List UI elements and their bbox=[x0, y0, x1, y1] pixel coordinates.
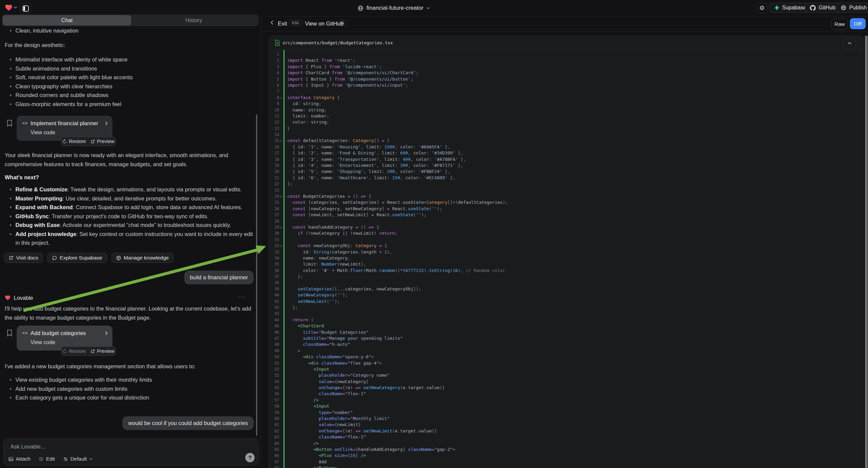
github-button[interactable]: GitHub bbox=[805, 3, 840, 13]
manage-knowledge-button[interactable]: Manage knowledge bbox=[112, 253, 174, 263]
line-number: 41 bbox=[269, 298, 279, 304]
line-number: 40 bbox=[269, 292, 279, 298]
code-line: 10 name: string; bbox=[269, 107, 863, 113]
collapse-file-button[interactable] bbox=[843, 38, 856, 49]
message-menu-button[interactable]: ··· bbox=[238, 293, 246, 300]
list-item: Minimalist interface with plenty of whit… bbox=[5, 55, 255, 64]
tab-history[interactable]: History bbox=[129, 15, 258, 26]
publish-label: Publish bbox=[849, 5, 867, 11]
code-text: onChange={(e) => setNewLimit(e.target.va… bbox=[287, 428, 437, 434]
code-line: 2import React from 'react'; bbox=[269, 57, 863, 63]
code-line: 14 bbox=[269, 131, 863, 138]
settings-button[interactable]: ⚙ bbox=[756, 3, 767, 13]
line-number: 62 bbox=[269, 428, 279, 434]
code-line: 16 { id: '1', name: 'Housing', limit: 15… bbox=[269, 144, 863, 150]
g-key-badge: G bbox=[339, 20, 347, 26]
code-text: import ChartCard from '@/components/ui/C… bbox=[287, 70, 418, 76]
list-item: Debug with Ease: Activate our experiment… bbox=[5, 221, 253, 230]
preview-button[interactable]: Preview bbox=[91, 139, 115, 144]
line-number: 17 bbox=[269, 150, 279, 156]
back-chevron-icon[interactable] bbox=[271, 20, 274, 25]
line-number: 55 bbox=[269, 385, 279, 391]
code-line: 15const defaultCategories: Category[] = … bbox=[269, 138, 863, 144]
code-line: 65 <Button onClick={handleAddCategory} c… bbox=[269, 446, 863, 452]
line-number: 26 bbox=[269, 206, 279, 212]
line-number: 56 bbox=[269, 391, 279, 397]
view-code-link[interactable]: View code bbox=[31, 129, 55, 136]
restore-button[interactable]: Restore bbox=[62, 349, 86, 354]
view-code-link[interactable]: View code bbox=[31, 340, 55, 346]
added-bullet-list: View existing budget categories with the… bbox=[5, 375, 255, 402]
fold-chevron-icon[interactable] bbox=[280, 244, 282, 247]
exit-button[interactable]: Exit bbox=[278, 21, 287, 27]
line-number: 57 bbox=[269, 397, 279, 403]
code-text: return ( bbox=[287, 317, 313, 323]
publish-button[interactable]: Publish bbox=[836, 3, 868, 13]
code-text: placeholder="Category name" bbox=[287, 372, 390, 378]
project-switcher[interactable]: financial-future-creator bbox=[358, 0, 430, 16]
file-plus-icon bbox=[275, 39, 280, 46]
whats-next-heading: What's next? bbox=[5, 173, 255, 182]
target-icon bbox=[39, 457, 43, 462]
line-number: 23 bbox=[269, 187, 279, 194]
line-number: 53 bbox=[269, 372, 279, 378]
preview-button[interactable]: Preview bbox=[91, 349, 115, 354]
code-line: 20 { id: '5', name: 'Shopping', limit: 2… bbox=[269, 169, 863, 175]
line-number: 49 bbox=[269, 348, 279, 354]
chevron-right-icon[interactable] bbox=[105, 121, 108, 125]
code-text: } bbox=[287, 125, 290, 131]
line-number: 1 bbox=[269, 51, 279, 57]
code-line: 25 const [categories, setCategories] = R… bbox=[269, 199, 863, 205]
code-line: 66 <Plus size={16} /> bbox=[269, 452, 863, 459]
send-button[interactable] bbox=[245, 453, 255, 462]
bookmark-icon[interactable] bbox=[7, 119, 12, 127]
tab-chat[interactable]: Chat bbox=[3, 15, 131, 26]
fold-chevron-icon[interactable] bbox=[280, 226, 282, 228]
explore-supabase-button[interactable]: Explore Supabase bbox=[47, 253, 107, 263]
fold-chevron-icon[interactable] bbox=[280, 195, 282, 197]
file-path: src/components/budget/BudgetCategories.t… bbox=[282, 40, 393, 45]
code-line: 38 bbox=[269, 280, 863, 286]
file-path-bar[interactable]: src/components/budget/BudgetCategories.t… bbox=[269, 36, 863, 50]
code-text: setNewCategory(''); bbox=[287, 292, 348, 298]
chevron-right-icon[interactable] bbox=[105, 331, 108, 335]
code-text: <Button onClick={handleAddCategory} clas… bbox=[287, 446, 455, 452]
line-number: 21 bbox=[269, 175, 279, 181]
code-text: { id: '6', name: 'Healthcare', limit: 15… bbox=[287, 175, 455, 181]
chat-input[interactable]: Ask Lovable... bbox=[10, 443, 45, 450]
code-line: 51 <div className="flex gap-4"> bbox=[269, 360, 863, 366]
code-text: Add bbox=[287, 459, 327, 465]
image-icon bbox=[8, 457, 13, 462]
visit-docs-button[interactable]: Visit docs bbox=[4, 253, 43, 263]
next-steps-list: Refine & Customize: Tweak the design, an… bbox=[5, 185, 253, 247]
code-line: 36 color: '#' + Math.floor(Math.random()… bbox=[269, 268, 863, 273]
list-item: Clean, intuitive navigation bbox=[5, 26, 255, 35]
code-text: const newCategoryObj: Category = { bbox=[287, 243, 387, 249]
code-line: 19 { id: '4', name: 'Entertainment', lim… bbox=[269, 163, 863, 169]
fold-chevron-icon[interactable] bbox=[280, 139, 282, 142]
code-scrollbar[interactable] bbox=[865, 36, 868, 468]
code-line: 18 { id: '3', name: 'Transportation', li… bbox=[269, 156, 863, 163]
diff-tab[interactable]: Diff bbox=[850, 18, 866, 29]
restore-button[interactable]: Restore bbox=[62, 139, 86, 144]
code-text: name: string; bbox=[287, 107, 327, 113]
bookmark-icon[interactable] bbox=[7, 329, 12, 337]
edit-button[interactable]: Edit bbox=[39, 456, 55, 462]
list-item: Clean typography with clear hierarchies bbox=[5, 82, 255, 91]
code-line: 44 return ( bbox=[269, 317, 863, 323]
raw-tab[interactable]: Raw bbox=[831, 18, 848, 30]
chat-history-tabs: Chat History bbox=[2, 14, 259, 26]
attach-button[interactable]: Attach bbox=[8, 456, 31, 462]
code-lines[interactable]: 12import React from 'react';3import { Pl… bbox=[269, 51, 863, 468]
code-line: 22]; bbox=[269, 181, 863, 187]
mode-select[interactable]: Default bbox=[63, 456, 93, 462]
chat-scrollbar[interactable] bbox=[256, 114, 257, 436]
code-text: className="flex-1" bbox=[287, 391, 366, 397]
list-item: Each category gets a unique color for vi… bbox=[5, 393, 255, 402]
code-text: <Plus size={16} /> bbox=[287, 452, 366, 459]
view-on-github-button[interactable]: View on GitHub bbox=[305, 21, 343, 27]
line-number: 31 bbox=[269, 237, 279, 243]
fold-chevron-icon[interactable] bbox=[280, 96, 282, 98]
code-line: 40 setNewCategory(''); bbox=[269, 292, 863, 298]
line-number: 54 bbox=[269, 379, 279, 385]
